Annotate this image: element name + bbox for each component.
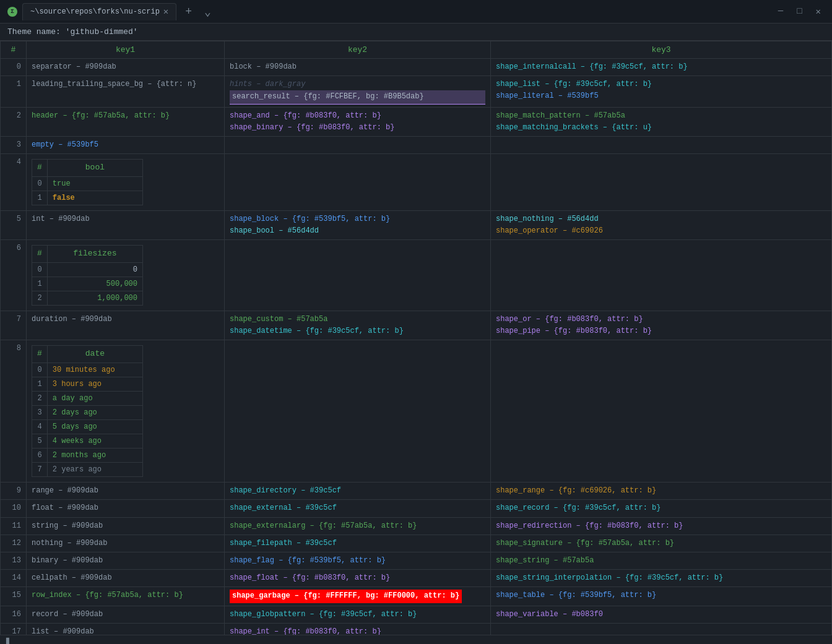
row-number: 3: [1, 136, 27, 153]
row-12-key1: nothing – #909dab: [27, 535, 225, 552]
row-5-key1: int – #909dab: [27, 210, 225, 239]
main-content: # key1 key2 key3 0 separator – #909dab b…: [0, 41, 832, 635]
col-header-hash: #: [1, 41, 27, 59]
row-15-key2: shape_garbage – {fg: #FFFFFF, bg: #FF000…: [225, 587, 491, 606]
row-1-key3: shape_list – {fg: #39c5cf, attr: b} shap…: [491, 76, 832, 107]
row-10-key1: float – #909dab: [27, 500, 225, 517]
row-5-key2: shape_block – {fg: #539bf5, attr: b} sha…: [225, 210, 491, 239]
row-number: 17: [1, 623, 27, 635]
row-11-key3: shape_redirection – {fg: #b083f0, attr: …: [491, 517, 832, 535]
row-6-key2: [225, 240, 491, 311]
col-header-key2: key2: [225, 41, 491, 59]
row-1-key2: hints – dark_gray search_result – {fg: #…: [225, 76, 491, 107]
maximize-button[interactable]: □: [793, 5, 805, 18]
terminal-icon: Σ: [7, 7, 17, 17]
row-2-key3: shape_match_pattern – #57ab5a shape_matc…: [491, 107, 832, 136]
row-number: 12: [1, 535, 27, 552]
bottom-bar: ▋: [0, 635, 832, 644]
active-tab[interactable]: ~\source\repos\forks\nu-scrip ✕: [22, 3, 176, 20]
row-8-key1: # date 0 30 minutes ago 1 3 hours: [27, 340, 225, 483]
row-number: 2: [1, 107, 27, 136]
row-10-key3: shape_record – {fg: #39c5cf, attr: b}: [491, 500, 832, 517]
row-number: 6: [1, 240, 27, 311]
table-row: 6 # filesizes 0 0: [1, 240, 832, 311]
window-controls: ─ □ ✕: [774, 5, 825, 18]
row-11-key2: shape_externalarg – {fg: #57ab5a, attr: …: [225, 517, 491, 535]
row-17-key1: list – #909dab: [27, 623, 225, 635]
table-header-row: # key1 key2 key3: [1, 41, 832, 59]
row-11-key1: string – #909dab: [27, 517, 225, 535]
table-row: 9 range – #909dab shape_directory – #39c…: [1, 483, 832, 500]
table-row: 5 int – #909dab shape_block – {fg: #539b…: [1, 210, 832, 239]
theme-text: Theme name: 'github-dimmed': [7, 27, 138, 36]
date-table: # date 0 30 minutes ago 1 3 hours: [32, 345, 143, 477]
row-17-key3: [491, 623, 832, 635]
row-7-key3: shape_or – {fg: #b083f0, attr: b} shape_…: [491, 311, 832, 340]
col-header-key1: key1: [27, 41, 225, 59]
row-3-key2: [225, 136, 491, 153]
row-13-key1: binary – #909dab: [27, 552, 225, 570]
minimize-button[interactable]: ─: [774, 5, 787, 18]
row-0-key2: block – #909dab: [225, 59, 491, 76]
table-row: 1 leading_trailing_space_bg – {attr: n} …: [1, 76, 832, 107]
row-number: 4: [1, 154, 27, 211]
table-row: 2 header – {fg: #57ab5a, attr: b} shape_…: [1, 107, 832, 136]
row-8-key2: [225, 340, 491, 483]
table-row: 3 empty – #539bf5: [1, 136, 832, 153]
row-8-key3: [491, 340, 832, 483]
table-row: 13 binary – #909dab shape_flag – {fg: #5…: [1, 552, 832, 570]
table-row: 15 row_index – {fg: #57ab5a, attr: b} sh…: [1, 587, 832, 606]
row-16-key1: record – #909dab: [27, 606, 225, 623]
row-4-key1: # bool 0 true 1 false: [27, 154, 225, 211]
table-row: 14 cellpath – #909dab shape_float – {fg:…: [1, 570, 832, 587]
row-number: 16: [1, 606, 27, 623]
row-number: 8: [1, 340, 27, 483]
cursor-indicator: ▋: [6, 638, 11, 645]
row-14-key3: shape_string_interpolation – {fg: #39c5c…: [491, 570, 832, 587]
row-number: 9: [1, 483, 27, 500]
row-12-key3: shape_signature – {fg: #57ab5a, attr: b}: [491, 535, 832, 552]
row-10-key2: shape_external – #39c5cf: [225, 500, 491, 517]
table-row: 17 list – #909dab shape_int – {fg: #b083…: [1, 623, 832, 635]
row-16-key2: shape_globpattern – {fg: #39c5cf, attr: …: [225, 606, 491, 623]
table-row: 4 # bool 0 true: [1, 154, 832, 211]
table-row: 16 record – #909dab shape_globpattern – …: [1, 606, 832, 623]
row-number: 14: [1, 570, 27, 587]
row-number: 11: [1, 517, 27, 535]
bool-table: # bool 0 true 1 false: [32, 159, 143, 205]
tab-dropdown-button[interactable]: ⌄: [201, 5, 215, 19]
tab-title: ~\source\repos\forks\nu-scrip: [30, 7, 160, 16]
row-9-key2: shape_directory – #39c5cf: [225, 483, 491, 500]
filesizes-table: # filesizes 0 0 1 500,000: [32, 245, 143, 306]
row-number: 1: [1, 76, 27, 107]
table-row: 7 duration – #909dab shape_custom – #57a…: [1, 311, 832, 340]
row-1-key1: leading_trailing_space_bg – {attr: n}: [27, 76, 225, 107]
close-button[interactable]: ✕: [812, 5, 825, 18]
row-5-key3: shape_nothing – #56d4dd shape_operator –…: [491, 210, 832, 239]
row-6-key3: [491, 240, 832, 311]
titlebar: Σ ~\source\repos\forks\nu-scrip ✕ + ⌄ ─ …: [0, 0, 832, 24]
row-9-key3: shape_range – {fg: #c69026, attr: b}: [491, 483, 832, 500]
data-table: # key1 key2 key3 0 separator – #909dab b…: [0, 41, 832, 635]
row-0-key1: separator – #909dab: [27, 59, 225, 76]
tab-close-button[interactable]: ✕: [163, 7, 168, 16]
table-row: 0 separator – #909dab block – #909dab sh…: [1, 59, 832, 76]
theme-line: Theme name: 'github-dimmed': [0, 24, 832, 41]
row-13-key2: shape_flag – {fg: #539bf5, attr: b}: [225, 552, 491, 570]
new-tab-button[interactable]: +: [181, 6, 196, 18]
table-row: 8 # date 0 30 minutes ago: [1, 340, 832, 483]
row-number: 10: [1, 500, 27, 517]
row-17-key2: shape_int – {fg: #b083f0, attr: b}: [225, 623, 491, 635]
row-15-key3: shape_table – {fg: #539bf5, attr: b}: [491, 587, 832, 606]
table-row: 10 float – #909dab shape_external – #39c…: [1, 500, 832, 517]
row-12-key2: shape_filepath – #39c5cf: [225, 535, 491, 552]
row-number: 5: [1, 210, 27, 239]
row-3-key3: [491, 136, 832, 153]
row-16-key3: shape_variable – #b083f0: [491, 606, 832, 623]
row-7-key2: shape_custom – #57ab5a shape_datetime – …: [225, 311, 491, 340]
row-15-key1: row_index – {fg: #57ab5a, attr: b}: [27, 587, 225, 606]
row-14-key1: cellpath – #909dab: [27, 570, 225, 587]
row-6-key1: # filesizes 0 0 1 500,000: [27, 240, 225, 311]
row-number: 7: [1, 311, 27, 340]
row-number: 15: [1, 587, 27, 606]
